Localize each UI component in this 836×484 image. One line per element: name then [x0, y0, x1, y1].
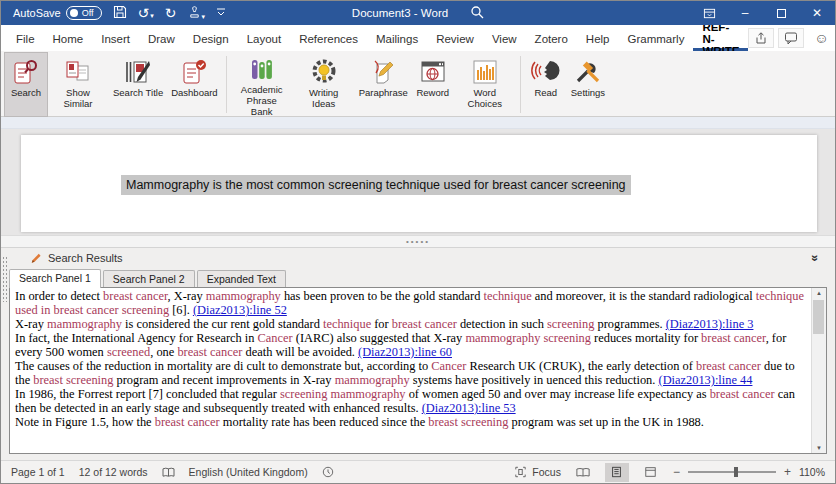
read-mode-icon	[576, 467, 590, 478]
selected-sentence[interactable]: Mammography is the most common screening…	[121, 175, 631, 195]
web-layout-button[interactable]	[639, 463, 663, 482]
language-indicator[interactable]: English (United Kingdom)	[189, 466, 308, 478]
word-count[interactable]: 12 of 12 words	[79, 466, 148, 478]
titlebar-search-button[interactable]	[470, 5, 484, 21]
menu-tab-insert[interactable]: Insert	[92, 25, 139, 51]
citation-link[interactable]: (Diaz2013):line 3	[666, 317, 754, 331]
menu-tabs: FileHomeInsertDrawDesignLayoutReferences…	[7, 25, 748, 51]
menu-tab-file[interactable]: File	[7, 25, 44, 51]
zoom-level[interactable]: 110%	[799, 466, 825, 478]
proofing-button[interactable]	[162, 467, 175, 478]
title-bar: AutoSave Off ↺▾ ↻ ▾ Document3 - Word – ✕	[1, 1, 835, 25]
zoom-out-button[interactable]: −	[673, 465, 680, 479]
autosave-toggle[interactable]: AutoSave Off	[13, 6, 102, 20]
menu-tab-references[interactable]: References	[290, 25, 367, 51]
ribbon-word-choices-button[interactable]: Word Choices	[454, 53, 516, 116]
panel-header: Search Results »	[1, 248, 835, 268]
touch-mode-button[interactable]: ▾	[188, 6, 206, 21]
undo-button[interactable]: ↺▾	[138, 6, 154, 20]
menu-tab-help[interactable]: Help	[577, 25, 619, 51]
menu-tab-zotero[interactable]: Zotero	[526, 25, 577, 51]
keyword-highlight: breast cancer	[177, 345, 242, 359]
panel-tab-expanded-text[interactable]: Expanded Text	[197, 270, 286, 287]
share-button[interactable]	[748, 28, 774, 48]
scrollbar-thumb[interactable]	[813, 300, 824, 334]
document-page[interactable]: Mammography is the most common screening…	[21, 135, 817, 232]
ribbon-read-button[interactable]: Read	[525, 53, 567, 116]
bar-chart-icon	[472, 56, 498, 87]
scroll-up-icon[interactable]: ▲	[816, 290, 822, 296]
panel-tab-search-panel-1[interactable]: Search Panel 1	[9, 269, 101, 288]
ribbon-button-label: Paraphrase	[359, 87, 408, 98]
result-text: of women aged 50 and over may increase l…	[406, 387, 710, 401]
ribbon-show-similar-button[interactable]: Show Similar	[47, 53, 109, 116]
search-results-panel: Search Results » Search Panel 1Search Pa…	[1, 248, 835, 460]
autosave-pill[interactable]: Off	[66, 6, 102, 20]
ribbon-academic-phrase-bank-button[interactable]: Academic Phrase Bank	[231, 53, 293, 116]
ribbon-paraphrase-button[interactable]: Paraphrase	[355, 53, 412, 116]
ribbon-settings-button[interactable]: Settings	[567, 53, 609, 116]
panel-tab-search-panel-2[interactable]: Search Panel 2	[103, 270, 195, 287]
accessibility-button[interactable]	[322, 466, 334, 478]
zoom-slider[interactable]	[688, 471, 776, 473]
close-button[interactable]: ✕	[799, 1, 835, 25]
citation-link[interactable]: (Diaz2013):line 52	[193, 303, 287, 317]
keyword-highlight: breast cancer	[155, 415, 220, 429]
minimize-button[interactable]: –	[727, 1, 763, 25]
keyword-highlight: breast cancer	[701, 331, 766, 345]
ribbon-button-label: Reword	[416, 87, 449, 98]
menu-tab-review[interactable]: Review	[427, 25, 483, 51]
dashboard-icon	[181, 56, 207, 87]
keyword-highlight: breast cancer	[696, 359, 761, 373]
ribbon-group-separator	[226, 56, 227, 113]
customize-qat-button[interactable]	[216, 7, 226, 19]
statusbar-right: Focus − + 110%	[514, 463, 825, 482]
toggle-dot-icon	[70, 9, 78, 17]
zoom-in-button[interactable]: +	[784, 465, 791, 479]
panel-splitter-handle[interactable]	[1, 235, 835, 248]
citation-link[interactable]: (Diaz2013):line 44	[659, 373, 753, 387]
panel-drag-handle[interactable]	[2, 256, 8, 302]
result-text: has been proven to be the gold standard	[281, 289, 484, 303]
redo-button[interactable]: ↻	[165, 6, 177, 20]
comments-button[interactable]	[778, 28, 804, 48]
menu-tab-view[interactable]: View	[483, 25, 526, 51]
result-text: detection in such	[457, 317, 547, 331]
search-title-icon	[124, 56, 152, 87]
menu-tab-mailings[interactable]: Mailings	[367, 25, 427, 51]
collapse-panel-icon[interactable]: »	[809, 255, 823, 262]
citation-link[interactable]: (Diaz2013):line 60	[358, 345, 452, 359]
result-text: systems have positively in uenced this r…	[410, 373, 659, 387]
result-text: is considered the cur rent gold standard	[122, 317, 323, 331]
menu-tab-layout[interactable]: Layout	[238, 25, 291, 51]
ribbon-reword-button[interactable]: Reword	[412, 53, 454, 116]
menu-tab-design[interactable]: Design	[184, 25, 238, 51]
result-text: Research UK (CRUK), the early detection …	[466, 359, 696, 373]
zoom-slider-thumb[interactable]	[734, 467, 738, 477]
print-layout-button[interactable]	[605, 463, 629, 482]
read-mode-button[interactable]	[571, 463, 595, 482]
focus-mode-button[interactable]: Focus	[514, 466, 561, 478]
ribbon-search-title-button[interactable]: Search Title	[109, 53, 167, 116]
menu-tab-ref-n-write[interactable]: REF-N-WRITE	[693, 25, 748, 51]
ribbon-writing-ideas-button[interactable]: Writing Ideas	[293, 53, 355, 116]
ribbon-button-label: Academic Phrase Bank	[235, 84, 289, 118]
feedback-button[interactable]: ☺	[808, 28, 834, 48]
ribbon-dashboard-button[interactable]: Dashboard	[167, 53, 221, 116]
keyword-highlight: breast cancer screening	[54, 303, 170, 317]
phrase-bank-books-icon	[248, 56, 276, 84]
menu-tab-grammarly[interactable]: Grammarly	[619, 25, 694, 51]
ribbon-search-button[interactable]: Search	[5, 53, 47, 116]
ribbon-display-options-button[interactable]	[691, 1, 727, 25]
page-indicator[interactable]: Page 1 of 1	[11, 466, 65, 478]
quick-access-toolbar: AutoSave Off ↺▾ ↻ ▾	[1, 5, 226, 21]
save-button[interactable]	[113, 5, 127, 21]
menu-tab-home[interactable]: Home	[44, 25, 93, 51]
maximize-button[interactable]	[763, 1, 799, 25]
citation-link[interactable]: (Diaz2013):line 53	[422, 401, 516, 415]
result-text: In 1986, the Forrest report [7] conclude…	[15, 387, 280, 401]
menu-tab-draw[interactable]: Draw	[139, 25, 184, 51]
web-layout-icon	[644, 466, 657, 478]
ribbon-tab-bar: FileHomeInsertDrawDesignLayoutReferences…	[1, 25, 835, 51]
scroll-down-icon[interactable]: ▼	[816, 445, 822, 451]
